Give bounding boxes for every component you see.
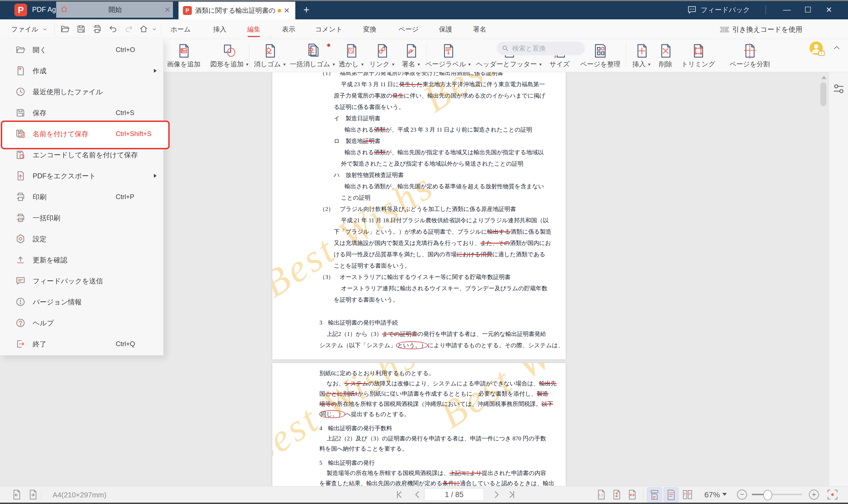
menu-tab-7[interactable]: 保護 [439, 25, 452, 34]
first-page-button[interactable] [394, 490, 404, 501]
continuous-view-button[interactable] [664, 487, 679, 502]
undo-icon[interactable] [108, 24, 118, 35]
ribbon-button-4[interactable]: 透かし▼ [338, 42, 365, 69]
document-text: （1） 福島第一原子力発電所の事故を受けた輸出用酒類に係る証明書 [319, 72, 503, 76]
properties-panel-icon[interactable] [832, 83, 845, 95]
fit-width-icon[interactable] [627, 488, 638, 502]
redo-icon[interactable] [124, 24, 133, 35]
red-strikethrough-text: 発生した [399, 81, 422, 88]
app-logo-icon: P [14, 4, 27, 16]
file-menu-item-10[interactable]: 更新を確認 [0, 249, 163, 270]
file-menu-item-4[interactable]: 名前を付けて保存Ctrl+Shift+S [0, 123, 163, 144]
file-menu-item-11[interactable]: フィードバックを送信 [0, 270, 163, 291]
previous-file-icon[interactable] [11, 488, 22, 502]
ribbon-button-7[interactable]: ページラベル▼ [425, 42, 472, 69]
dropdown-arrow-icon: ▼ [245, 62, 249, 67]
menu-tab-4[interactable]: コメント [315, 25, 342, 34]
document-text: 別紙6に定めるとおり利用するものとする。 [319, 370, 434, 377]
chevron-up-icon[interactable] [832, 44, 841, 53]
print-icon[interactable] [92, 24, 102, 35]
search-input[interactable] [512, 44, 576, 53]
document-line: 平成 21 年 11 月 18 日付ブラジル農牧供給省訓令によりブラジル連邦共和… [341, 215, 566, 226]
next-page-button[interactable] [491, 490, 502, 501]
close-tab-icon[interactable]: ✕ [162, 5, 173, 14]
file-menu-panel: 開くCtrl+O作成最近使用したファイル保存Ctrl+S名前を付けて保存Ctrl… [0, 39, 163, 356]
zoom-in-button[interactable]: + [809, 490, 819, 500]
file-menu-item-1[interactable]: 作成 [0, 60, 163, 81]
menu-tab-2[interactable]: 編集 [247, 25, 260, 34]
file-menu-item-3[interactable]: 保存Ctrl+S [0, 102, 163, 123]
close-tab-icon[interactable]: ✕ [281, 6, 292, 15]
close-button[interactable]: ✕ [821, 5, 836, 14]
red-strikethrough-text: 輸出する [487, 228, 510, 235]
link-icon [369, 42, 396, 59]
menu-tab-8[interactable]: 署名 [473, 25, 486, 34]
last-page-button[interactable] [507, 490, 517, 501]
chevron-down-icon[interactable] [152, 26, 157, 33]
file-menu-item-14[interactable]: 終了Ctrl+Q [0, 334, 163, 355]
file-menu-item-2[interactable]: 最近使用したファイル [0, 81, 163, 102]
ribbon-button-13[interactable]: トリミング [680, 42, 716, 69]
menu-tab-6[interactable]: ページ [399, 25, 419, 34]
ribbon-button-0[interactable]: 画像を追加 [166, 42, 202, 69]
maximize-button[interactable]: ☐ [800, 5, 815, 14]
tab-document[interactable]: P 酒類に関する輸出証明書の... ✕ [178, 2, 295, 19]
fullscreen-icon[interactable] [826, 488, 839, 502]
menu-tab-5[interactable]: 変換 [363, 25, 376, 34]
zoom-dropdown-icon[interactable] [722, 493, 727, 496]
single-page-view-button[interactable] [647, 487, 662, 502]
redeem-code-button[interactable]: 引き換えコードを使用 [720, 25, 802, 34]
page-number-input[interactable] [424, 488, 484, 501]
ribbon-button-10[interactable]: ページを整理 [579, 42, 622, 69]
previous-page-button[interactable] [412, 490, 422, 501]
divider [643, 490, 643, 499]
next-file-icon[interactable] [28, 488, 38, 502]
zoom-out-button[interactable]: − [737, 490, 747, 500]
ribbon-button-3[interactable]: 一括消しゴム▼ [289, 42, 336, 69]
tab-start[interactable]: 開始 ✕ [56, 2, 173, 18]
search-box[interactable] [497, 41, 585, 55]
document-text: 東北地方太平洋沖地震に伴う東京電力福島第一 [422, 81, 545, 88]
menu-tab-3[interactable]: 表示 [282, 25, 295, 34]
avatar[interactable]: ∨ [810, 41, 823, 55]
file-menu-item-7[interactable]: 印刷Ctrl+P [0, 186, 163, 208]
save-icon[interactable] [76, 24, 86, 35]
ribbon-button-5[interactable]: リンク▼ [369, 42, 396, 69]
document-line: 別紙6に定めるとおり利用するものとする。 [319, 368, 566, 378]
ribbon-button-12[interactable]: 削除 [658, 42, 674, 69]
ribbon-button-14[interactable]: ページを分割 [728, 42, 771, 69]
split-page-icon [728, 42, 771, 59]
zoom-slider-handle[interactable] [763, 490, 772, 500]
facing-pages-view-button[interactable] [680, 487, 695, 502]
feedback-button[interactable]: フィードバック [687, 5, 750, 14]
file-menu-item-12[interactable]: バージョン情報 [0, 291, 163, 312]
document-text: が、平成 23 年 3 月 11 日より前に製造されたことの証明 [385, 126, 532, 133]
file-menu-item-9[interactable]: 設定 [0, 228, 163, 249]
ribbon-button-6[interactable]: 署名▼ [401, 42, 421, 69]
ribbon-button-2[interactable]: 消しゴム▼ [253, 42, 287, 69]
fit-page-icon[interactable] [611, 488, 622, 502]
minimize-button[interactable]: — [779, 5, 794, 14]
scroll-up-arrow[interactable] [821, 76, 826, 79]
file-menu-item-6[interactable]: PDFをエクスポート [0, 165, 163, 186]
actual-size-icon[interactable]: 1:1 [595, 488, 607, 502]
file-menu-button[interactable]: ファイル [11, 25, 48, 34]
file-menu-item-0[interactable]: 開くCtrl+O [0, 39, 163, 60]
red-strikethrough-text: までの証明書 [382, 331, 417, 337]
menu-tab-1[interactable]: 挿入 [213, 25, 226, 34]
zoom-slider-track[interactable] [752, 494, 802, 495]
file-menu-item-5[interactable]: エンコードして名前を付けて保存 [0, 144, 163, 165]
file-menu-item-8[interactable]: 一括印刷 [0, 208, 163, 228]
zoom-level-label[interactable]: 67% [704, 490, 720, 499]
add-shape-icon [209, 42, 250, 59]
menu-tab-0[interactable]: ホーム [171, 25, 191, 34]
ribbon-button-1[interactable]: 図形を追加▼ [209, 42, 250, 69]
home-icon[interactable] [139, 24, 148, 35]
open-icon[interactable] [60, 24, 70, 35]
file-menu-item-13[interactable]: ヘルプ [0, 312, 163, 334]
red-strikethrough-text: システム [344, 380, 368, 387]
scrollbar-thumb[interactable] [820, 83, 826, 106]
ribbon-button-11[interactable]: 挿入▼ [631, 42, 652, 69]
new-tab-button[interactable]: + [303, 4, 309, 16]
document-text: の故障又は改修により、システムによる申請ができない場合は、 [368, 380, 539, 387]
